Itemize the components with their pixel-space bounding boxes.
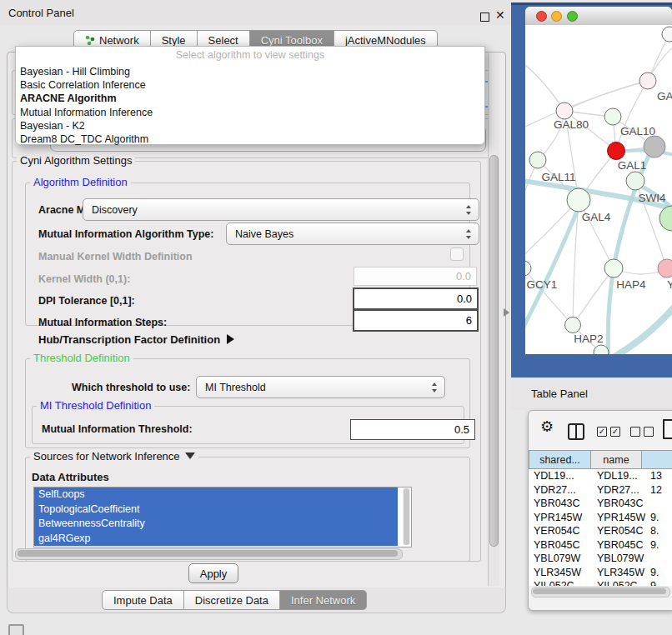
network-window[interactable]: GALGAL80GAL10GAL1GAL11SWI4GAL4GCY1HAP4YH… [525,7,672,354]
network-node-swi4[interactable] [626,172,644,190]
close-panel-icon[interactable]: ✕ [495,8,505,22]
algorithm-option-aracne-algorithm[interactable]: ARACNE Algorithm [16,92,484,105]
table-row[interactable]: YBR045CYBR045C9. [529,538,672,552]
network-node-hap4[interactable] [604,259,623,278]
network-edge[interactable] [525,160,538,218]
mi-steps-field[interactable]: 6 [353,309,479,332]
attribute-item-topologicalcoefficient[interactable]: TopologicalCoefficient [34,502,398,518]
table-scrollbar-thumb[interactable] [533,588,666,594]
table-row[interactable]: YDR27...YDR27...12 [529,483,672,498]
algorithm-dropdown-popup: Select algorithm to view settings Bayesi… [15,46,485,145]
float-panel-icon[interactable] [480,12,489,22]
checked-columns-icon[interactable]: ✓ ✓ [597,427,620,437]
table-horizontal-scrollbar[interactable] [531,587,670,598]
network-node-gal[interactable] [639,72,656,89]
stepper-icon[interactable] [466,205,472,215]
network-node-gal11[interactable] [529,152,546,168]
list-vertical-scrollbar[interactable] [403,488,410,545]
tab-discretize-data[interactable]: Discretize Data [184,590,280,610]
algorithm-option-dream8-dc-tdc-algorithm[interactable]: Dream8 DC_TDC Algorithm [16,132,484,146]
attribute-item-betweennesscentrality[interactable]: BetweennessCentrality [34,517,398,532]
table-cell: YER054C [529,524,594,538]
attribute-item-selfloops[interactable]: SelfLoops [34,488,398,502]
gear-icon[interactable]: ⚙ [540,419,554,434]
table-row[interactable]: YBR043CYBR043C [529,497,672,511]
which-threshold-label: Which threshold to use: [72,382,190,393]
cyni-bottom-tab-bar: Impute DataDiscretize DataInfer Network [102,590,367,610]
table-cell: YLR345W [594,566,645,580]
manual-kernel-label: Manual Kernel Width Definition [38,251,193,262]
minimize-window-icon[interactable] [551,11,562,22]
tab-impute-data[interactable]: Impute Data [102,590,184,610]
stepper-icon[interactable] [432,382,438,392]
network-edge[interactable] [564,81,648,111]
table-cell: YER054C [594,524,645,538]
panel-scrollbar-thumb[interactable] [489,155,499,547]
tab-infer-network[interactable]: Infer Network [280,590,367,610]
table-row[interactable]: YER054CYER054C8. [529,524,672,538]
kernel-width-field[interactable]: 0.0 [354,267,477,286]
network-node-hap2[interactable] [565,318,581,333]
mi-threshold-field[interactable]: 0.5 [350,419,475,440]
column-header-shared-[interactable]: shared... [529,450,591,469]
aracne-mode-combo[interactable]: Discovery [83,198,479,221]
network-node[interactable] [662,27,672,42]
apply-button[interactable]: Apply [188,563,238,583]
network-node-gal4[interactable] [567,188,590,212]
network-window-titlebar[interactable] [525,7,672,26]
network-node-gal1[interactable] [608,142,625,160]
disclosure-right-icon[interactable] [227,334,234,344]
algorithm-option-bayesian-hill-climbing[interactable]: Bayesian - Hill Climbing [16,65,484,78]
table-row[interactable]: YBL079WYBL079W [529,552,672,566]
table-row[interactable]: YIL052CYIL052C9. [529,579,672,586]
document-icon[interactable] [663,419,672,439]
network-canvas[interactable]: GALGAL80GAL10GAL1GAL11SWI4GAL4GCY1HAP4YH… [525,25,672,354]
column-header-2[interactable] [642,450,672,469]
sources-title[interactable]: Sources for Network Inference [30,451,198,462]
checkbox-unchecked-icon [644,427,654,437]
network-edge[interactable] [525,60,564,111]
minimized-panel-icon[interactable] [8,624,24,635]
network-node-gal10[interactable] [604,108,621,125]
which-threshold-combo[interactable]: MI Threshold [196,376,445,398]
table-row[interactable]: YPR145WYPR145W9. [529,511,672,525]
manual-kernel-checkbox[interactable] [450,248,464,261]
mi-threshold-label: Mutual Information Threshold: [42,423,193,435]
table-row[interactable]: YDL19...YDL19...13 [529,469,672,483]
disclosure-down-icon[interactable] [185,452,195,459]
column-header-name[interactable]: name [591,450,642,469]
network-edge-highlighted[interactable] [609,300,672,354]
table-row[interactable]: YLR345WYLR345W9. [529,566,672,580]
checkbox-unchecked-icon [630,427,640,437]
close-window-icon[interactable] [536,11,547,22]
column-layout-icon[interactable] [568,423,584,440]
network-node-y[interactable] [658,259,672,278]
mi-type-combo[interactable]: Naive Bayes [226,222,479,245]
table-cell: 9. [645,579,659,586]
network-node-label: HAP4 [616,278,646,291]
dpi-tolerance-field[interactable]: 0.0 [353,288,479,310]
unchecked-columns-icon[interactable] [630,427,654,437]
table-cell: 8. [645,524,659,538]
hub-tf-disclosure[interactable]: Hub/Transcription Factor Definition [38,333,234,346]
stepper-icon[interactable] [466,229,472,239]
network-node-label: Y [667,278,672,291]
network-node[interactable] [644,136,665,158]
network-node-gcy1[interactable] [525,261,531,276]
algorithm-option-basic-correlation-inference[interactable]: Basic Correlation Inference [16,78,484,92]
sources-horizontal-scrollbar[interactable] [15,548,403,560]
kernel-width-label: Kernel Width (0,1): [38,273,130,285]
checkbox-checked-icon: ✓ [610,427,620,437]
list-scrollbar-thumb[interactable] [404,488,409,545]
algorithm-option-mutual-information-inference[interactable]: Mutual Information Inference [16,106,484,119]
algorithm-option-bayesian-k2[interactable]: Bayesian - K2 [16,119,484,132]
network-node-gal80[interactable] [556,102,573,119]
zoom-window-icon[interactable] [567,11,578,22]
attribute-item-gal4rgexp[interactable]: gal4RGexp [34,532,398,547]
sources-scrollbar-thumb[interactable] [18,550,398,557]
network-node[interactable] [659,206,672,231]
threshold-definition-title: Threshold Definition [30,352,133,363]
splitter-collapse-icon[interactable] [504,308,509,317]
network-edge-highlighted[interactable] [525,203,580,333]
panel-vertical-scrollbar[interactable] [488,53,499,586]
